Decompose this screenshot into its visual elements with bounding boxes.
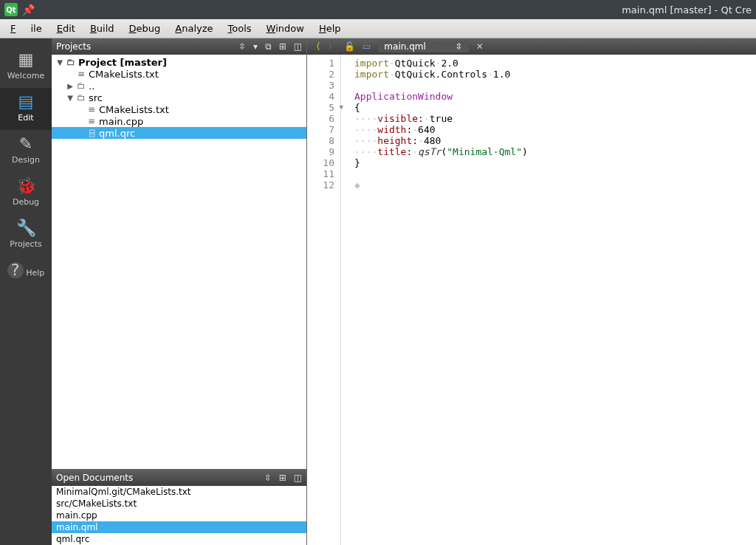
tree-label: qml.qrc <box>99 128 135 139</box>
wrench-icon: 🔧 <box>0 220 52 236</box>
open-doc-item[interactable]: main.cpp <box>52 510 306 521</box>
tree-label: CMakeLists.txt <box>99 104 169 115</box>
tree-item-src[interactable]: ▼ 🗀 src <box>52 92 306 103</box>
opendocs-sort-icon[interactable]: ⇳ <box>264 473 272 483</box>
current-file-label: main.qml <box>384 41 425 52</box>
file-icon: ≡ <box>86 116 97 126</box>
mode-design[interactable]: ✎ Design <box>0 130 52 172</box>
projects-link-icon[interactable]: ⧉ <box>265 41 272 52</box>
mode-welcome-label: Welcome <box>7 71 44 80</box>
mode-debug[interactable]: 🐞 Debug <box>0 172 52 214</box>
help-icon: ? <box>7 262 24 278</box>
mode-help-label: Help <box>26 268 44 278</box>
projects-sort-icon[interactable]: ⇳ <box>238 41 246 52</box>
tree-item-main-cpp[interactable]: ≡ main.cpp <box>52 115 306 127</box>
tree-label: main.cpp <box>99 116 143 127</box>
menu-debug[interactable]: Debug <box>122 21 168 36</box>
expand-icon[interactable]: ▼ <box>65 94 75 102</box>
window-titlebar: Qt 📌 main.qml [master] - Qt Cre <box>0 0 756 19</box>
grid-icon: ▦ <box>0 52 52 68</box>
open-docs-header: Open Documents ⇳ ⊞ ◫ <box>52 470 306 486</box>
menu-build[interactable]: Build <box>83 21 122 36</box>
code-editor[interactable]: 12345▼6789101112 import·QtQuick·2.0impor… <box>307 55 756 545</box>
file-icon: ≡ <box>86 104 97 114</box>
mode-edit[interactable]: ▤ Edit <box>0 88 52 130</box>
mode-edit-label: Edit <box>18 113 33 123</box>
file-icon: ≡ <box>75 69 87 79</box>
menu-edit[interactable]: Edit <box>49 21 83 36</box>
editor-toolbar: 〈 〉 🔓 ▭ main.qml ⇳ ✕ <box>307 38 756 55</box>
mode-debug-label: Debug <box>13 197 39 207</box>
document-icon: ▤ <box>0 94 52 110</box>
resource-icon: ⌸ <box>86 128 97 138</box>
tree-item-qml-qrc[interactable]: ⌸ qml.qrc <box>52 127 306 139</box>
projects-split-icon[interactable]: ◫ <box>294 41 302 52</box>
projects-add-icon[interactable]: ⊞ <box>279 41 286 52</box>
open-docs-list[interactable]: MinimalQml.git/CMakeLists.txtsrc/CMakeLi… <box>52 486 306 545</box>
projects-filter-icon[interactable]: ▾ <box>253 41 258 52</box>
qml-file-icon: ▭ <box>362 41 371 52</box>
open-documents-panel: Open Documents ⇳ ⊞ ◫ MinimalQml.git/CMak… <box>52 469 306 545</box>
menu-analyze[interactable]: Analyze <box>168 21 220 36</box>
pencil-icon: ✎ <box>0 136 52 152</box>
menu-tools[interactable]: Tools <box>221 21 259 36</box>
menu-bar: File Edit Build Debug Analyze Tools Wind… <box>0 19 756 38</box>
tree-label: CMakeLists.txt <box>89 69 159 80</box>
open-doc-item[interactable]: main.qml <box>52 521 306 533</box>
expand-icon[interactable]: ▼ <box>55 58 65 66</box>
qt-logo-icon: Qt <box>4 3 18 16</box>
menu-window[interactable]: Window <box>259 21 312 36</box>
open-doc-item[interactable]: MinimalQml.git/CMakeLists.txt <box>52 486 306 498</box>
mode-design-label: Design <box>12 155 40 165</box>
expand-icon[interactable]: ▶ <box>65 82 75 90</box>
tree-label: Project [master] <box>78 57 167 68</box>
open-docs-title: Open Documents <box>56 473 133 483</box>
projects-panel-header: Projects ⇳ ▾ ⧉ ⊞ ◫ <box>52 38 306 55</box>
opendocs-split-icon[interactable]: ◫ <box>294 473 302 483</box>
mode-projects[interactable]: 🔧 Projects <box>0 214 52 256</box>
tree-label: src <box>89 92 103 103</box>
mode-help[interactable]: ? Help <box>0 256 52 289</box>
window-title: main.qml [master] - Qt Cre <box>622 4 752 16</box>
tree-item-dotdot[interactable]: ▶ 🗀 .. <box>52 80 306 92</box>
tree-label: .. <box>89 80 94 92</box>
pin-icon[interactable]: 📌 <box>22 4 35 16</box>
mode-selector-bar: ▦ Welcome ▤ Edit ✎ Design 🐞 Debug 🔧 Proj… <box>0 38 52 545</box>
mode-projects-label: Projects <box>10 239 41 249</box>
projects-panel-title[interactable]: Projects <box>56 41 91 52</box>
opendocs-add-icon[interactable]: ⊞ <box>279 473 286 483</box>
folder-icon: 🗀 <box>75 92 87 103</box>
mode-welcome[interactable]: ▦ Welcome <box>0 46 52 88</box>
folder-icon: 🗀 <box>75 80 87 91</box>
tree-item-cmakelists[interactable]: ≡ CMakeLists.txt <box>52 68 306 80</box>
open-doc-item[interactable]: qml.qrc <box>52 533 306 545</box>
close-editor-icon[interactable]: ✕ <box>476 41 484 52</box>
folder-icon: 🗀 <box>65 57 77 67</box>
menu-file[interactable]: File <box>3 21 49 36</box>
bug-icon: 🐞 <box>0 178 52 194</box>
file-selector-dropdown[interactable]: main.qml ⇳ <box>378 41 469 52</box>
open-doc-item[interactable]: src/CMakeLists.txt <box>52 498 306 510</box>
lock-icon[interactable]: 🔓 <box>344 41 355 52</box>
project-tree[interactable]: ▼ 🗀 Project [master] ≡ CMakeLists.txt ▶ … <box>52 55 306 469</box>
line-number-gutter: 12345▼6789101112 <box>307 55 341 545</box>
code-content[interactable]: import·QtQuick·2.0import·QtQuick.Control… <box>341 55 528 545</box>
tree-item-src-cmake[interactable]: ≡ CMakeLists.txt <box>52 103 306 115</box>
tree-project-root[interactable]: ▼ 🗀 Project [master] <box>52 56 306 68</box>
chevron-updown-icon: ⇳ <box>456 41 463 52</box>
nav-forward-icon[interactable]: 〉 <box>328 41 337 53</box>
nav-back-icon[interactable]: 〈 <box>312 41 320 53</box>
menu-help[interactable]: Help <box>312 21 348 36</box>
